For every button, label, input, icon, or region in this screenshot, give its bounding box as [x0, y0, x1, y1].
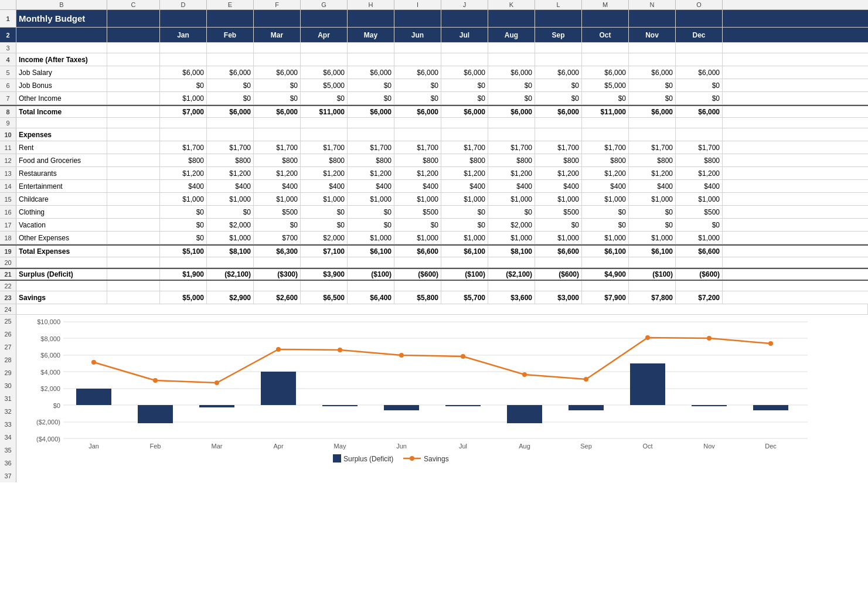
- row-23: 23 Savings $5,000 $2,900 $2,600 $6,500 $…: [0, 291, 868, 304]
- rownum-21: 21: [0, 269, 16, 280]
- r4-o: [676, 53, 723, 66]
- r20-l: [535, 257, 582, 267]
- r3-g: [301, 43, 348, 53]
- svg-text:Dec: Dec: [765, 443, 777, 450]
- total-income-label: Total Income: [16, 106, 107, 117]
- svg-point-56: [707, 336, 712, 341]
- rownum-3: 3: [0, 43, 16, 53]
- r10-j: [441, 128, 488, 141]
- month-oct: Oct: [582, 28, 629, 42]
- r20-j: [441, 257, 488, 267]
- js-aug: $6,000: [488, 66, 535, 79]
- oe-nov: $1,000: [629, 232, 676, 244]
- oe-apr: $2,000: [301, 232, 348, 244]
- js-jul: $6,000: [441, 66, 488, 79]
- vac-jul: $0: [441, 219, 488, 231]
- r20-e: [207, 257, 254, 267]
- ti-dec: $6,000: [676, 106, 723, 117]
- svg-text:Jan: Jan: [88, 443, 99, 450]
- cloth-jun: $500: [394, 206, 441, 218]
- rest-feb: $1,200: [207, 167, 254, 179]
- sur-apr: $3,900: [301, 269, 348, 280]
- rent-nov: $1,700: [629, 141, 676, 154]
- r9-e: [207, 118, 254, 128]
- vac-dec: $0: [676, 219, 723, 231]
- svg-point-57: [768, 341, 773, 346]
- ti-feb: $6,000: [207, 106, 254, 117]
- food-dec: $800: [676, 154, 723, 166]
- r1-g: [301, 10, 348, 27]
- svg-text:$10,000: $10,000: [37, 319, 60, 325]
- te-jun: $6,600: [394, 246, 441, 257]
- month-apr: Apr: [301, 28, 348, 42]
- svg-rect-42: [569, 405, 604, 410]
- child-label: Childcare: [16, 193, 107, 205]
- r17-c: [107, 219, 160, 231]
- spreadsheet-body: 1 Monthly Budget 2 Jan Feb Mar Apr Ma: [0, 10, 868, 494]
- child-sep: $1,000: [535, 193, 582, 205]
- rownum-23: 23: [0, 291, 16, 304]
- month-dec: Dec: [676, 28, 723, 42]
- te-nov: $6,100: [629, 246, 676, 257]
- month-mar: Mar: [254, 28, 301, 42]
- svg-point-49: [276, 347, 281, 352]
- row-12: 12 Food and Groceries $800 $800 $800 $80…: [0, 154, 868, 167]
- r9-b: [16, 118, 107, 128]
- ti-jan: $7,000: [160, 106, 207, 117]
- row-3: 3: [0, 43, 868, 53]
- food-oct: $800: [582, 154, 629, 166]
- food-jul: $800: [441, 154, 488, 166]
- oe-jul: $1,000: [441, 232, 488, 244]
- r20-m: [582, 257, 629, 267]
- row-13: 13 Restaurants $1,200 $1,200 $1,200 $1,2…: [0, 167, 868, 180]
- svg-text:Surplus (Deficit): Surplus (Deficit): [343, 455, 393, 463]
- rownum-4: 4: [0, 53, 16, 66]
- svg-point-46: [91, 360, 96, 365]
- rownum-12: 12: [0, 154, 16, 166]
- savings-label: Savings: [16, 291, 107, 304]
- r6-c: [107, 79, 160, 91]
- oi-apr: $0: [301, 92, 348, 104]
- row-24: 24: [0, 304, 868, 315]
- food-mar: $800: [254, 154, 301, 166]
- cloth-label: Clothing: [16, 206, 107, 218]
- rownum-15: 15: [0, 193, 16, 205]
- r10-l: [535, 128, 582, 141]
- food-sep: $800: [535, 154, 582, 166]
- child-dec: $1,000: [676, 193, 723, 205]
- r8-c: [107, 106, 160, 117]
- r1-m: [582, 10, 629, 27]
- rownum-14: 14: [0, 180, 16, 192]
- rownum-25: 25: [0, 315, 16, 328]
- month-nov: Nov: [629, 28, 676, 42]
- r22-m: [582, 281, 629, 291]
- r1-h: [348, 10, 394, 27]
- r4-m: [582, 53, 629, 66]
- oe-sep: $1,000: [535, 232, 582, 244]
- r20-i: [394, 257, 441, 267]
- sur-feb: ($2,100): [207, 269, 254, 280]
- te-feb: $8,100: [207, 246, 254, 257]
- child-mar: $1,000: [254, 193, 301, 205]
- svg-point-50: [338, 348, 342, 352]
- rownum-36: 36: [0, 457, 16, 470]
- sur-jul: ($100): [441, 269, 488, 280]
- cloth-jan: $0: [160, 206, 207, 218]
- job-salary-label: Job Salary: [16, 66, 107, 79]
- sur-nov: ($100): [629, 269, 676, 280]
- oe-aug: $1,000: [488, 232, 535, 244]
- rent-jul: $1,700: [441, 141, 488, 154]
- r22-f: [254, 281, 301, 291]
- rest-nov: $1,200: [629, 167, 676, 179]
- r4-j: [441, 53, 488, 66]
- jb-dec: $0: [676, 79, 723, 91]
- oe-mar: $700: [254, 232, 301, 244]
- r3-i: [394, 43, 441, 53]
- vac-nov: $0: [629, 219, 676, 231]
- row-6: 6 Job Bonus $0 $0 $0 $5,000 $0 $0 $0 $0 …: [0, 79, 868, 92]
- col-header-m: M: [582, 0, 629, 9]
- row-7: 7 Other Income $1,000 $0 $0 $0 $0 $0 $0 …: [0, 92, 868, 105]
- row-15: 15 Childcare $1,000 $1,000 $1,000 $1,000…: [0, 193, 868, 206]
- month-jun: Jun: [394, 28, 441, 42]
- rownum-16: 16: [0, 206, 16, 218]
